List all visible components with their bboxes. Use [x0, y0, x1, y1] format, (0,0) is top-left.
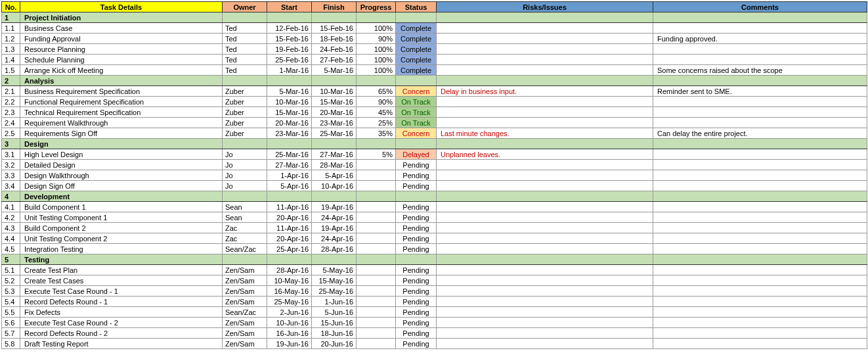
- risks-cell[interactable]: [437, 55, 653, 65]
- progress-cell[interactable]: [357, 307, 396, 318]
- status-cell[interactable]: Pending: [396, 233, 437, 244]
- progress-cell[interactable]: [357, 265, 396, 275]
- start-cell[interactable]: 16-Jun-16: [267, 328, 312, 339]
- section-cell[interactable]: [357, 139, 396, 149]
- section-row[interactable]: 1Project Initiation: [2, 12, 867, 23]
- section-cell[interactable]: Design: [20, 139, 223, 149]
- task-row[interactable]: 5.8Draft Testing ReportZen/Sam19-Jun-162…: [2, 339, 867, 349]
- finish-cell[interactable]: 24-Apr-16: [312, 233, 357, 244]
- section-cell[interactable]: 1: [2, 12, 20, 23]
- section-cell[interactable]: [396, 76, 437, 86]
- task-no-cell[interactable]: 3.3: [2, 170, 20, 181]
- task-name-cell[interactable]: Schedule Planning: [20, 55, 223, 65]
- status-cell[interactable]: Delayed: [396, 149, 437, 160]
- status-cell[interactable]: Pending: [396, 212, 437, 223]
- task-no-cell[interactable]: 5.3: [2, 286, 20, 297]
- comments-cell[interactable]: Reminder sent to SME.: [653, 86, 867, 97]
- comments-cell[interactable]: [653, 170, 867, 181]
- owner-cell[interactable]: Ted: [223, 34, 267, 44]
- progress-cell[interactable]: [357, 223, 396, 233]
- comments-cell[interactable]: [653, 160, 867, 170]
- progress-cell[interactable]: [357, 170, 396, 181]
- status-cell[interactable]: Pending: [396, 328, 437, 339]
- comments-cell[interactable]: [653, 275, 867, 286]
- risks-cell[interactable]: [437, 23, 653, 34]
- risks-cell[interactable]: [437, 65, 653, 76]
- section-cell[interactable]: [223, 139, 267, 149]
- header-task[interactable]: Task Details: [20, 2, 223, 12]
- task-row[interactable]: 3.3Design WalkthroughJo1-Apr-165-Apr-16P…: [2, 170, 867, 181]
- task-no-cell[interactable]: 5.5: [2, 307, 20, 318]
- section-cell[interactable]: [267, 12, 312, 23]
- risks-cell[interactable]: [437, 233, 653, 244]
- progress-cell[interactable]: [357, 286, 396, 297]
- task-name-cell[interactable]: Requirement Walkthrough: [20, 118, 223, 128]
- finish-cell[interactable]: 10-Apr-16: [312, 181, 357, 191]
- task-no-cell[interactable]: 5.2: [2, 275, 20, 286]
- task-row[interactable]: 5.1Create Test PlanZen/Sam28-Apr-165-May…: [2, 265, 867, 275]
- section-cell[interactable]: 5: [2, 254, 20, 265]
- start-cell[interactable]: 1-Apr-16: [267, 170, 312, 181]
- risks-cell[interactable]: [437, 181, 653, 191]
- task-name-cell[interactable]: Integration Testing: [20, 244, 223, 254]
- section-row[interactable]: 3Design: [2, 139, 867, 149]
- section-cell[interactable]: [437, 191, 653, 202]
- risks-cell[interactable]: [437, 118, 653, 128]
- finish-cell[interactable]: 28-Apr-16: [312, 244, 357, 254]
- owner-cell[interactable]: Zac: [223, 233, 267, 244]
- comments-cell[interactable]: [653, 44, 867, 55]
- finish-cell[interactable]: 28-Mar-16: [312, 160, 357, 170]
- task-no-cell[interactable]: 1.1: [2, 23, 20, 34]
- finish-cell[interactable]: 24-Feb-16: [312, 44, 357, 55]
- task-name-cell[interactable]: Business Requirement Specification: [20, 86, 223, 97]
- owner-cell[interactable]: Ted: [223, 23, 267, 34]
- risks-cell[interactable]: [437, 97, 653, 107]
- status-cell[interactable]: Pending: [396, 223, 437, 233]
- status-cell[interactable]: Pending: [396, 160, 437, 170]
- finish-cell[interactable]: 10-Mar-16: [312, 86, 357, 97]
- task-row[interactable]: 2.5Requirements Sign OffZuber23-Mar-1625…: [2, 128, 867, 139]
- task-name-cell[interactable]: Build Component 2: [20, 223, 223, 233]
- risks-cell[interactable]: [437, 44, 653, 55]
- comments-cell[interactable]: [653, 339, 867, 349]
- progress-cell[interactable]: 5%: [357, 149, 396, 160]
- header-status[interactable]: Status: [396, 2, 437, 12]
- progress-cell[interactable]: [357, 339, 396, 349]
- header-progress[interactable]: Progress: [357, 2, 396, 12]
- progress-cell[interactable]: [357, 328, 396, 339]
- header-finish[interactable]: Finish: [312, 2, 357, 12]
- section-cell[interactable]: [396, 12, 437, 23]
- progress-cell[interactable]: 90%: [357, 97, 396, 107]
- section-cell[interactable]: [437, 76, 653, 86]
- status-cell[interactable]: Complete: [396, 55, 437, 65]
- section-cell[interactable]: [267, 191, 312, 202]
- finish-cell[interactable]: 18-Jun-16: [312, 328, 357, 339]
- task-no-cell[interactable]: 2.1: [2, 86, 20, 97]
- status-cell[interactable]: On Track: [396, 118, 437, 128]
- task-no-cell[interactable]: 1.4: [2, 55, 20, 65]
- finish-cell[interactable]: 20-Mar-16: [312, 107, 357, 118]
- status-cell[interactable]: Pending: [396, 265, 437, 275]
- comments-cell[interactable]: [653, 286, 867, 297]
- start-cell[interactable]: 2-Jun-16: [267, 307, 312, 318]
- section-cell[interactable]: Testing: [20, 254, 223, 265]
- start-cell[interactable]: 28-Apr-16: [267, 265, 312, 275]
- task-name-cell[interactable]: Requirements Sign Off: [20, 128, 223, 139]
- risks-cell[interactable]: Unplanned leaves.: [437, 149, 653, 160]
- comments-cell[interactable]: [653, 97, 867, 107]
- finish-cell[interactable]: 25-May-16: [312, 286, 357, 297]
- task-name-cell[interactable]: Execute Test Case Round - 1: [20, 286, 223, 297]
- comments-cell[interactable]: [653, 318, 867, 328]
- section-cell[interactable]: [653, 76, 867, 86]
- section-cell[interactable]: [653, 191, 867, 202]
- start-cell[interactable]: 11-Apr-16: [267, 202, 312, 212]
- status-cell[interactable]: Concern: [396, 128, 437, 139]
- finish-cell[interactable]: 15-Mar-16: [312, 97, 357, 107]
- owner-cell[interactable]: Zen/Sam: [223, 286, 267, 297]
- progress-cell[interactable]: [357, 202, 396, 212]
- section-cell[interactable]: [396, 254, 437, 265]
- task-row[interactable]: 5.4Record Defects Round - 1Zen/Sam25-May…: [2, 297, 867, 307]
- progress-cell[interactable]: 100%: [357, 23, 396, 34]
- task-name-cell[interactable]: Record Defects Round - 1: [20, 297, 223, 307]
- progress-cell[interactable]: [357, 212, 396, 223]
